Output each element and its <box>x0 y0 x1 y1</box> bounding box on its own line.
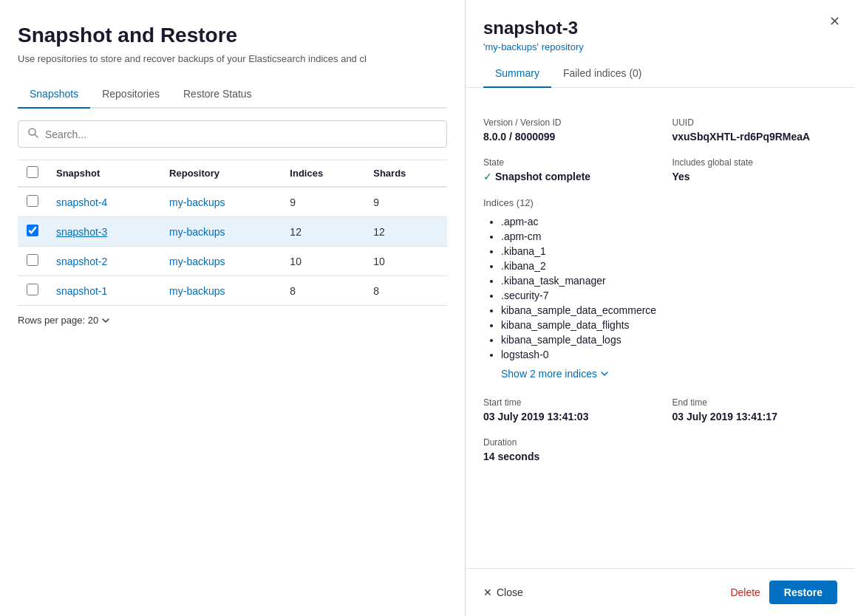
index-item: .apm-ac <box>501 214 837 229</box>
indices-cell-0: 9 <box>281 187 364 217</box>
index-item: logstash-0 <box>501 347 837 362</box>
shards-cell-3: 8 <box>364 276 447 306</box>
global-state-info: Includes global state Yes <box>672 157 838 182</box>
snapshot-link-0[interactable]: snapshot-4 <box>56 196 107 208</box>
global-state-label: Includes global state <box>672 157 838 168</box>
index-item: kibana_sample_data_logs <box>501 332 837 347</box>
index-item: kibana_sample_data_ecommerce <box>501 303 837 318</box>
time-grid: Start time 03 July 2019 13:41:03 End tim… <box>483 397 837 422</box>
search-input[interactable] <box>45 129 437 140</box>
flyout-tabs: Summary Failed indices (0) <box>483 61 837 87</box>
index-item: .apm-cm <box>501 229 837 244</box>
duration-label: Duration <box>483 437 837 448</box>
duration-section: Duration 14 seconds <box>483 437 837 462</box>
index-item: .kibana_task_manager <box>501 273 837 288</box>
flyout-content: Version / Version ID 8.0.0 / 8000099 UUI… <box>466 88 855 568</box>
indices-cell-3: 8 <box>281 276 364 306</box>
tab-snapshots[interactable]: Snapshots <box>18 82 90 109</box>
indices-list: .apm-ac.apm-cm.kibana_1.kibana_2.kibana_… <box>483 214 837 362</box>
global-state-value: Yes <box>672 171 838 182</box>
snapshot-link-1[interactable]: snapshot-3 <box>56 226 107 238</box>
end-time-label: End time <box>672 397 838 408</box>
indices-section: Indices (12) .apm-ac.apm-cm.kibana_1.kib… <box>483 197 837 383</box>
snapshot-table: Snapshot Repository Indices Shards snaps… <box>18 160 447 306</box>
show-more-indices-button[interactable]: Show 2 more indices <box>483 365 609 383</box>
info-grid: Version / Version ID 8.0.0 / 8000099 UUI… <box>483 117 837 182</box>
index-item: .security-7 <box>501 288 837 303</box>
table-row: snapshot-4 my-backups 9 9 <box>18 187 447 217</box>
uuid-label: UUID <box>672 117 838 128</box>
close-x-icon: ✕ <box>483 586 492 598</box>
table-row: snapshot-2 my-backups 10 10 <box>18 247 447 276</box>
page-subtitle: Use repositories to store and recover ba… <box>18 53 447 64</box>
end-time-info: End time 03 July 2019 13:41:17 <box>672 397 838 422</box>
rows-per-page-label: Rows per page: <box>18 315 85 326</box>
state-value: Snapshot complete <box>495 171 590 182</box>
restore-button[interactable]: Restore <box>769 581 837 604</box>
flyout-close-button[interactable]: ✕ <box>826 12 843 31</box>
start-time-info: Start time 03 July 2019 13:41:03 <box>483 397 649 422</box>
index-item: kibana_sample_data_flights <box>501 318 837 332</box>
page-title: Snapshot and Restore <box>18 24 447 47</box>
state-check-icon: ✓ <box>483 171 492 182</box>
footer-close-label: Close <box>497 586 523 598</box>
col-indices: Indices <box>281 160 364 188</box>
flyout-title: snapshot-3 <box>483 18 837 38</box>
indices-cell-1: 12 <box>281 217 364 247</box>
repository-link-3[interactable]: my-backups <box>169 285 225 297</box>
repository-link-0[interactable]: my-backups <box>169 196 225 208</box>
flyout-tab-summary[interactable]: Summary <box>483 61 551 88</box>
tab-restore-status[interactable]: Restore Status <box>171 82 264 109</box>
select-all-checkbox[interactable] <box>27 166 38 178</box>
indices-header: Indices (12) <box>483 197 837 208</box>
flyout-footer: ✕ Close Delete Restore <box>466 568 855 616</box>
flyout-header: ✕ snapshot-3 'my-backups' repository Sum… <box>466 0 855 88</box>
state-label: State <box>483 157 649 168</box>
repository-link-2[interactable]: my-backups <box>169 256 225 267</box>
index-item: .kibana_1 <box>501 244 837 259</box>
indices-cell-2: 10 <box>281 247 364 276</box>
state-row: ✓ Snapshot complete <box>483 171 649 182</box>
col-snapshot: Snapshot <box>47 160 160 188</box>
state-info: State ✓ Snapshot complete <box>483 157 649 182</box>
shards-cell-0: 9 <box>364 187 447 217</box>
flyout-tab-failed-indices[interactable]: Failed indices (0) <box>551 61 654 88</box>
version-label: Version / Version ID <box>483 117 649 128</box>
snapshot-link-2[interactable]: snapshot-2 <box>56 256 107 267</box>
row-checkbox-0[interactable] <box>27 195 38 207</box>
search-bar <box>18 120 447 148</box>
end-time-value: 03 July 2019 13:41:17 <box>672 411 838 422</box>
snapshot-link-3[interactable]: snapshot-1 <box>56 285 107 297</box>
version-info: Version / Version ID 8.0.0 / 8000099 <box>483 117 649 143</box>
version-value: 8.0.0 / 8000099 <box>483 131 649 143</box>
show-more-label: Show 2 more indices <box>501 368 597 380</box>
footer-right: Delete Restore <box>730 581 837 604</box>
search-icon <box>27 127 39 141</box>
shards-cell-1: 12 <box>364 217 447 247</box>
uuid-info: UUID vxuSbqXHTL-rd6Pq9RMeaA <box>672 117 838 143</box>
duration-value: 14 seconds <box>483 451 837 462</box>
svg-line-1 <box>35 134 38 137</box>
right-panel: ✕ snapshot-3 'my-backups' repository Sum… <box>466 0 855 616</box>
repository-link-1[interactable]: my-backups <box>169 226 225 238</box>
table-row: snapshot-3 my-backups 12 12 <box>18 217 447 247</box>
rows-per-page: Rows per page: 20 <box>18 306 447 335</box>
delete-button[interactable]: Delete <box>730 586 760 598</box>
start-time-value: 03 July 2019 13:41:03 <box>483 411 649 422</box>
flyout-repository-link[interactable]: 'my-backups' repository <box>483 41 837 52</box>
tab-repositories[interactable]: Repositories <box>90 82 171 109</box>
col-repository: Repository <box>160 160 281 188</box>
row-checkbox-3[interactable] <box>27 284 38 295</box>
shards-cell-2: 10 <box>364 247 447 276</box>
start-time-label: Start time <box>483 397 649 408</box>
table-row: snapshot-1 my-backups 8 8 <box>18 276 447 306</box>
left-panel: Snapshot and Restore Use repositories to… <box>0 0 466 616</box>
index-item: .kibana_2 <box>501 259 837 273</box>
col-shards: Shards <box>364 160 447 188</box>
main-tabs: Snapshots Repositories Restore Status <box>18 82 447 109</box>
row-checkbox-1[interactable] <box>27 225 38 236</box>
uuid-value: vxuSbqXHTL-rd6Pq9RMeaA <box>672 131 838 143</box>
row-checkbox-2[interactable] <box>27 254 38 266</box>
footer-close-button[interactable]: ✕ Close <box>483 586 523 598</box>
rows-per-page-select[interactable]: 20 <box>88 315 110 326</box>
